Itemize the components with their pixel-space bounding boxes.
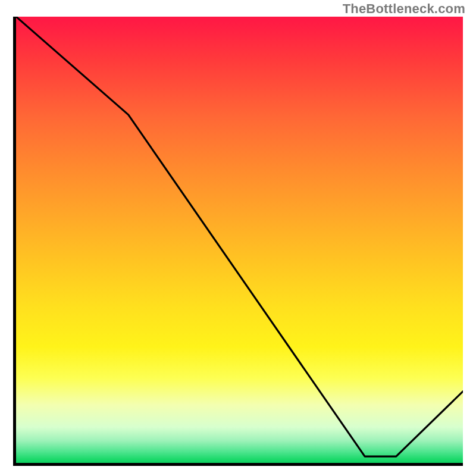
- watermark-text: TheBottleneck.com: [343, 1, 465, 17]
- chart-plot-area: [13, 17, 463, 466]
- chart-line-path: [16, 17, 463, 456]
- chart-line-svg: [16, 17, 463, 463]
